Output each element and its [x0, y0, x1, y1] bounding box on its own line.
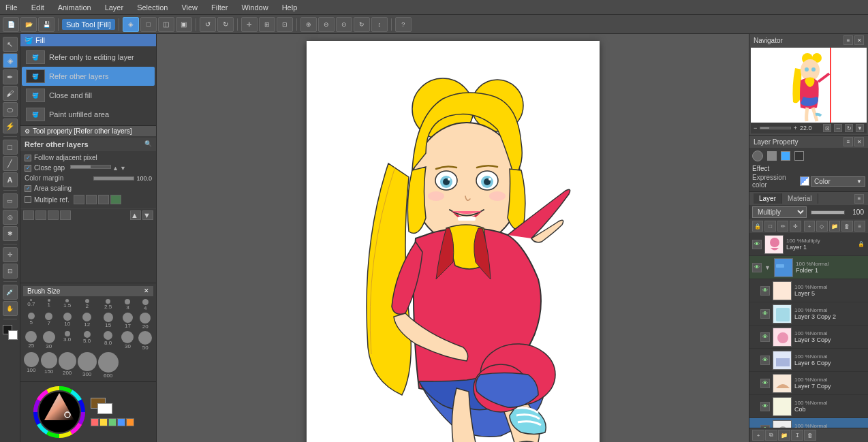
brush-item-30b[interactable]: 3.0	[59, 331, 76, 351]
menu-filter[interactable]: Filter	[208, 2, 230, 13]
brush-item-25b[interactable]: 25	[23, 331, 40, 351]
toolbar-fill[interactable]: ◈	[123, 17, 139, 32]
multiple-ref-icon3[interactable]	[98, 195, 109, 204]
layer-vis-folder1[interactable]: 👁	[752, 263, 762, 272]
color-fg-bg[interactable]	[3, 325, 18, 340]
sub-tool-refer-only[interactable]: 🪣 Refer only to editing layer	[22, 48, 155, 67]
brush-item-30[interactable]: 30	[41, 331, 57, 351]
layer-new-raster[interactable]: +	[804, 221, 815, 232]
tool-shape[interactable]: □	[3, 140, 18, 155]
toolbar-redo[interactable]: ↻	[217, 17, 234, 32]
tool-line[interactable]: ╱	[3, 156, 18, 171]
tool-props-icon2[interactable]	[35, 210, 46, 220]
sub-tool-refer-other[interactable]: 🪣 Refer other layers	[22, 67, 155, 86]
brush-item-15[interactable]: 1.5	[59, 299, 76, 311]
opacity-slider[interactable]	[811, 210, 845, 215]
navigator-close-btn[interactable]: ✕	[854, 35, 864, 45]
follow-adjacent-checkbox[interactable]: ✓	[25, 155, 31, 161]
menu-file[interactable]: File	[3, 2, 20, 13]
tool-props-icon4[interactable]	[60, 210, 71, 220]
effect-circle-btn[interactable]	[752, 151, 763, 161]
brush-item-10[interactable]: 10	[59, 313, 76, 330]
nav-more[interactable]: ▼	[856, 124, 864, 132]
nav-rotate[interactable]: ↻	[845, 124, 853, 132]
background-color[interactable]	[8, 330, 18, 340]
palette-swatch-yellow[interactable]	[99, 418, 108, 426]
nav-zoom-out-btn[interactable]: −	[754, 125, 757, 131]
brush-item-4[interactable]: 4	[137, 299, 153, 311]
multiple-ref-icon1[interactable]	[74, 195, 84, 204]
brush-item-300[interactable]: 300	[78, 352, 97, 379]
tool-props-search-icon[interactable]: 🔍	[144, 140, 152, 147]
layer-item-layer7copy[interactable]: 👁 100 %Normal Layer 7 Copy	[749, 372, 868, 395]
effect-square-btn[interactable]	[767, 151, 777, 161]
layer-item-layer6copy[interactable]: 👁 100 %Normal Layer 6 Copy	[749, 349, 868, 372]
multiple-ref-checkbox[interactable]	[25, 196, 31, 203]
toolbar-lasso[interactable]: ◫	[158, 17, 174, 32]
toolbar-undo[interactable]: ↺	[200, 17, 216, 32]
layer-lock-transparent[interactable]: □	[764, 221, 775, 232]
tool-brush[interactable]: 🖌	[3, 86, 18, 101]
layer-item-layer3copy2[interactable]: 👁 100 %Normal Layer 3 Copy 2	[749, 302, 868, 326]
tool-props-icon3[interactable]	[48, 210, 59, 220]
toolbar-rotate[interactable]: ↻	[354, 17, 370, 32]
brush-item-2[interactable]: 2	[78, 299, 97, 311]
brush-item-150[interactable]: 150	[41, 352, 57, 379]
tool-cursor[interactable]: ↖	[3, 37, 18, 52]
toolbar-save[interactable]: 💾	[38, 17, 55, 32]
toolbar-open[interactable]: 📂	[20, 17, 37, 32]
tool-blur[interactable]: ⚡	[3, 119, 18, 133]
color-margin-slider[interactable]	[93, 176, 134, 180]
brush-item-80[interactable]: 8.0	[98, 331, 119, 351]
toolbar-help[interactable]: ?	[395, 17, 412, 32]
multiple-ref-icon2[interactable]	[86, 195, 97, 204]
close-gap-down[interactable]: ▼	[120, 165, 126, 172]
toolbar-zoom-out[interactable]: ⊖	[318, 17, 335, 32]
tool-props-icon1[interactable]	[23, 210, 34, 220]
toolbar-ruler[interactable]: ⊡	[277, 17, 293, 32]
brush-item-1[interactable]: 1	[41, 299, 57, 311]
layer-item-layer3copy[interactable]: 👁 100 %Normal Layer 3 Copy	[749, 326, 868, 349]
blend-mode-select[interactable]: Multiply Normal Screen	[752, 206, 807, 218]
toolbar-zoom-in[interactable]: ⊕	[300, 17, 317, 32]
layer-vis-layer5[interactable]: 👁	[760, 286, 770, 296]
brush-item-5[interactable]: 5	[23, 313, 40, 330]
tab-material[interactable]: Material	[782, 193, 818, 204]
layer-property-options-btn[interactable]: ≡	[843, 137, 853, 146]
tool-pen[interactable]: ✒	[3, 69, 18, 84]
nav-zoom-slider[interactable]	[760, 127, 790, 129]
nav-flip[interactable]: ↔	[834, 124, 842, 132]
canvas-area[interactable]: ✦	[157, 34, 749, 442]
brush-item-200[interactable]: 200	[59, 352, 76, 379]
toolbar-grid[interactable]: ⊞	[259, 17, 275, 32]
palette-swatch-blue[interactable]	[117, 418, 125, 426]
brush-item-25[interactable]: 2.5	[98, 299, 119, 311]
layer-new-vector[interactable]: ◇	[816, 221, 827, 232]
tool-select-rect[interactable]: ▭	[3, 193, 18, 208]
brush-item-50[interactable]: 5.0	[78, 331, 97, 351]
layer-new-btn[interactable]: +	[752, 430, 764, 441]
layer-vis-layer6copy[interactable]: 👁	[760, 356, 770, 365]
layer-item-folder1[interactable]: 👁 ▼ 100 %Normal Folder 1	[749, 256, 868, 279]
layer-vis-layer7copy[interactable]: 👁	[760, 379, 770, 388]
layer-vis-cob[interactable]: 👁	[760, 402, 770, 411]
menu-edit[interactable]: Edit	[29, 2, 47, 13]
toolbar-magic[interactable]: ▣	[176, 17, 192, 32]
color-wheel[interactable]	[32, 385, 87, 439]
nav-zoom-reset[interactable]: ⊡	[823, 124, 831, 132]
layer-item-layer5[interactable]: 👁 100 %Normal Layer 5	[749, 279, 868, 302]
layer-lock-icon-layer1[interactable]: 🔒	[857, 240, 865, 249]
layer-vis-layer1[interactable]: 👁	[752, 240, 762, 249]
layer-new-folder[interactable]: 📁	[829, 221, 840, 232]
expression-color-dropdown[interactable]: Color ▼	[811, 176, 865, 187]
close-gap-checkbox[interactable]: ✓	[25, 165, 31, 172]
toolbar-new[interactable]: 📄	[3, 17, 19, 32]
brush-item-50b[interactable]: 50	[137, 331, 153, 351]
layer-property-close-btn[interactable]: ✕	[854, 137, 864, 146]
tool-eyedrop[interactable]: 💉	[3, 285, 18, 300]
palette-swatch-green[interactable]	[108, 418, 117, 426]
layer-panel-options-btn[interactable]: ≡	[854, 194, 864, 204]
brush-item-12[interactable]: 12	[78, 313, 97, 330]
tool-fill[interactable]: ◈	[3, 53, 18, 68]
nav-zoom-in-btn[interactable]: +	[794, 125, 797, 131]
